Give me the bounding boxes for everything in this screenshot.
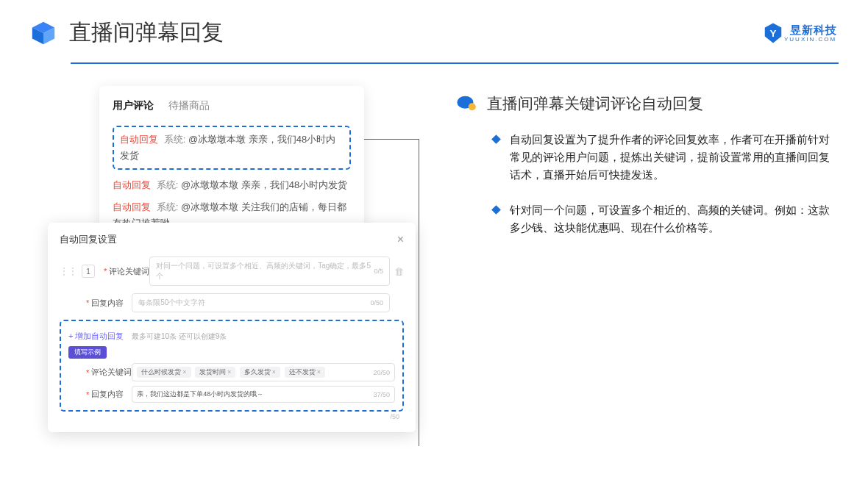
cube-icon bbox=[29, 19, 57, 47]
tag-chip[interactable]: 发货时间× bbox=[195, 367, 235, 378]
brand-logo: Y 昱新科技 YUUXIN.COM bbox=[762, 22, 837, 44]
example-keyword-input[interactable]: 什么时候发货× 发货时间× 多久发货× 还不发货× 20/50 bbox=[132, 363, 395, 381]
tag-chip[interactable]: 多久发货× bbox=[240, 367, 280, 378]
highlighted-comment: 自动回复 系统: @冰墩墩本墩 亲亲，我们48小时内发货 bbox=[113, 126, 351, 170]
review-panel: 用户评论 待播商品 自动回复 系统: @冰墩墩本墩 亲亲，我们48小时内发货 自… bbox=[99, 86, 364, 245]
row-number: 1 bbox=[82, 265, 95, 278]
auto-reply-badge: 自动回复 bbox=[113, 201, 151, 212]
svg-text:Y: Y bbox=[769, 28, 776, 39]
example-keyword-label: 评论关键词 bbox=[91, 367, 132, 378]
tag-chip[interactable]: 还不发货× bbox=[285, 367, 325, 378]
add-caption: 最多可建10条 还可以创建9条 bbox=[132, 332, 227, 340]
drag-handle-icon[interactable]: ⋮⋮ bbox=[60, 266, 77, 276]
auto-reply-badge: 自动回复 bbox=[120, 134, 158, 145]
keyword-label: 评论关键词 bbox=[109, 266, 149, 277]
tag-chip[interactable]: 什么时候发货× bbox=[137, 367, 191, 378]
chat-bubble-icon bbox=[456, 96, 478, 112]
settings-title: 自动回复设置 bbox=[60, 233, 117, 246]
delete-icon[interactable]: 🗑 bbox=[394, 266, 404, 277]
system-label: 系统: bbox=[164, 134, 186, 145]
bullet-text: 自动回复设置为了提升作者的评论回复效率，作者可在开播前针对常见的评论用户问题，提… bbox=[510, 132, 839, 184]
trailing-counter: /50 bbox=[60, 413, 404, 420]
section-title: 直播间弹幕关键词评论自动回复 bbox=[487, 93, 703, 114]
bullet-item: 自动回复设置为了提升作者的评论回复效率，作者可在开播前针对常见的评论用户问题，提… bbox=[456, 132, 839, 184]
example-pill: 填写示例 bbox=[68, 346, 107, 359]
example-content-input[interactable]: 亲，我们这边都是下单48小时内发货的哦～ 37/50 bbox=[132, 386, 395, 403]
page-title: 直播间弹幕回复 bbox=[69, 18, 224, 48]
bullet-text: 针对同一个问题，可设置多个相近的、高频的关键词。例如：这款多少钱、这块能优惠吗、… bbox=[510, 202, 839, 237]
settings-panel: 自动回复设置 × ⋮⋮ 1 * 评论关键词 对同一个问题，可设置多个相近、高频的… bbox=[48, 223, 416, 432]
bullet-item: 针对同一个问题，可设置多个相近的、高频的关键词。例如：这款多少钱、这块能优惠吗、… bbox=[456, 202, 839, 237]
example-box: + 增加自动回复 最多可建10条 还可以创建9条 填写示例 * 评论关键词 什么… bbox=[60, 320, 404, 412]
comment-line: 自动回复 系统: @冰墩墩本墩 亲亲，我们48小时内发货 bbox=[113, 177, 351, 193]
content-input[interactable]: 每条限50个中文字符 0/50 bbox=[132, 293, 390, 312]
close-icon[interactable]: × bbox=[397, 233, 404, 246]
example-content-counter: 37/50 bbox=[373, 391, 390, 398]
brand-subtitle: YUUXIN.COM bbox=[784, 36, 837, 43]
content-counter: 0/50 bbox=[370, 299, 383, 306]
example-content-label: 回复内容 bbox=[91, 389, 132, 400]
diamond-icon bbox=[491, 134, 501, 144]
content-label: 回复内容 bbox=[91, 298, 132, 309]
brand-name: 昱新科技 bbox=[790, 24, 837, 36]
comment-text: @冰墩墩本墩 亲亲，我们48小时内发货 bbox=[181, 179, 347, 190]
keyword-input[interactable]: 对同一个问题，可设置多个相近、高频的关键词，Tag确定，最多5个 0/5 bbox=[149, 256, 390, 286]
svg-point-5 bbox=[469, 103, 476, 110]
tab-user-comments[interactable]: 用户评论 bbox=[113, 99, 154, 117]
tab-pending-goods[interactable]: 待播商品 bbox=[168, 99, 210, 117]
add-auto-reply-link[interactable]: + 增加自动回复 bbox=[68, 331, 124, 340]
example-keyword-counter: 20/50 bbox=[373, 369, 390, 376]
keyword-counter: 0/5 bbox=[374, 268, 383, 275]
system-label: 系统: bbox=[157, 201, 179, 212]
diamond-icon bbox=[491, 205, 501, 215]
auto-reply-badge: 自动回复 bbox=[113, 179, 151, 190]
system-label: 系统: bbox=[157, 179, 179, 190]
